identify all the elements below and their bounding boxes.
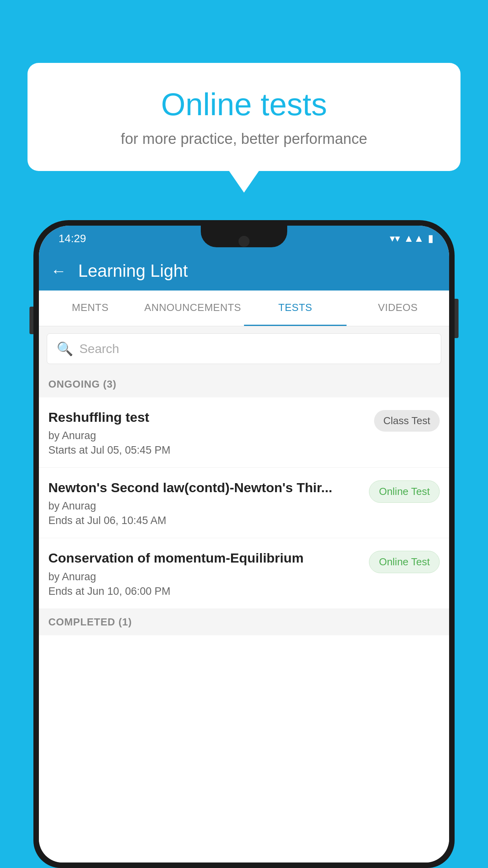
speech-bubble: Online tests for more practice, better p… (28, 63, 460, 171)
test-time-3: Ends at Jun 10, 06:00 PM (48, 585, 361, 598)
tab-announcements[interactable]: ANNOUNCEMENTS (141, 291, 244, 326)
bubble-subtitle: for more practice, better performance (47, 131, 441, 147)
app-header: ← Learning Light (39, 251, 449, 291)
test-author-2: by Anurag (48, 500, 361, 512)
tab-videos[interactable]: VIDEOS (347, 291, 449, 326)
back-button[interactable]: ← (51, 262, 66, 280)
test-item-2[interactable]: Newton's Second law(contd)-Newton's Thir… (39, 468, 449, 538)
test-title-3: Conservation of momentum-Equilibrium (48, 549, 361, 566)
test-author-3: by Anurag (48, 571, 361, 583)
tabs-container: MENTS ANNOUNCEMENTS TESTS VIDEOS (39, 291, 449, 326)
test-info-1: Reshuffling test by Anurag Starts at Jul… (48, 408, 366, 456)
test-info-3: Conservation of momentum-Equilibrium by … (48, 549, 361, 597)
search-container: 🔍 Search (39, 326, 449, 371)
completed-section-label: COMPLETED (1) (39, 609, 449, 635)
search-icon: 🔍 (57, 341, 73, 357)
phone-screen: 14:29 ▾▾ ▲▲ ▮ ← Learning Light MENTS ANN… (39, 226, 449, 862)
phone-notch (201, 226, 287, 247)
ongoing-section-label: ONGOING (3) (39, 371, 449, 397)
test-time-2: Ends at Jul 06, 10:45 AM (48, 515, 361, 527)
tab-ments[interactable]: MENTS (39, 291, 141, 326)
test-list: Reshuffling test by Anurag Starts at Jul… (39, 397, 449, 862)
search-placeholder: Search (79, 342, 119, 356)
status-time: 14:29 (59, 232, 86, 245)
battery-icon: ▮ (428, 232, 433, 245)
test-title-2: Newton's Second law(contd)-Newton's Thir… (48, 479, 361, 496)
front-camera (238, 236, 250, 247)
test-time-1: Starts at Jul 05, 05:45 PM (48, 444, 366, 456)
badge-online-test-2: Online Test (369, 480, 440, 503)
tab-tests[interactable]: TESTS (244, 291, 347, 326)
test-item-1[interactable]: Reshuffling test by Anurag Starts at Jul… (39, 397, 449, 468)
badge-class-test-1: Class Test (374, 410, 440, 432)
test-item-3[interactable]: Conservation of momentum-Equilibrium by … (39, 538, 449, 609)
badge-online-test-3: Online Test (369, 551, 440, 573)
test-info-2: Newton's Second law(contd)-Newton's Thir… (48, 479, 361, 527)
volume-button (29, 307, 33, 334)
status-icons: ▾▾ ▲▲ ▮ (390, 232, 433, 245)
phone-container: 14:29 ▾▾ ▲▲ ▮ ← Learning Light MENTS ANN… (33, 220, 455, 868)
wifi-icon: ▾▾ (390, 232, 400, 245)
power-button (455, 299, 459, 338)
phone-outer: 14:29 ▾▾ ▲▲ ▮ ← Learning Light MENTS ANN… (33, 220, 455, 868)
signal-icon: ▲▲ (404, 232, 424, 245)
bubble-title: Online tests (47, 86, 441, 123)
test-title-1: Reshuffling test (48, 408, 366, 426)
search-input-wrapper[interactable]: 🔍 Search (47, 333, 441, 364)
app-title: Learning Light (78, 261, 188, 281)
test-author-1: by Anurag (48, 430, 366, 442)
